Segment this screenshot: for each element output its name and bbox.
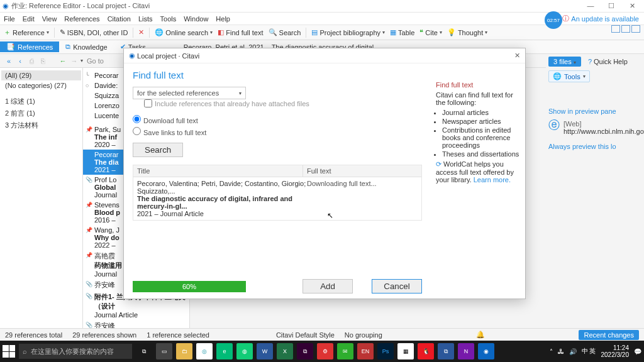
doc-icon: ▤ [311,28,318,36]
include-attached-label: Include references that already have att… [155,100,309,107]
nav-marker-b[interactable]: ⎘ [38,56,48,66]
menu-tools[interactable]: Tools [160,15,177,23]
settings-icon[interactable]: ⚙ [317,343,333,359]
cite-button[interactable]: ❝Cite▾ [419,28,442,36]
menu-citation[interactable]: Citation [108,15,131,23]
qq-icon[interactable]: 🐧 [418,343,434,359]
row-status: Downloading full text... [307,180,418,217]
system-tray[interactable]: ˄ 🖧 🔊 中 英 11:24 2022/3/20 💬 [550,344,641,358]
tray-net-icon[interactable]: 🖧 [558,348,564,355]
menu-help[interactable]: Help [216,15,230,23]
download-radio[interactable] [133,115,141,123]
dialog-title: Local project · Citavi [137,52,199,60]
minimize-button[interactable]: — [581,2,600,9]
wand-icon: ✎ [60,28,65,36]
globe-icon: 🌐 [553,72,562,80]
refs-icon: 📑 [6,43,15,51]
start-button[interactable] [3,345,15,358]
nav-back[interactable]: ← [58,56,68,66]
layout-switch-icons[interactable] [611,25,640,33]
tray-time: 11:24 [601,344,630,351]
update-available[interactable]: ⓘ An update is available [562,14,639,23]
category-all[interactable]: (All) (29) [1,70,81,80]
tools-dropdown[interactable]: 🌐Tools▾ [548,70,590,82]
menu-view[interactable]: View [42,15,57,23]
add-button[interactable]: Add [303,279,353,293]
app-icon-1[interactable]: ▭ [156,343,172,359]
nav-first[interactable]: « [4,56,14,66]
close-button[interactable]: ✕ [623,2,641,10]
table-button[interactable]: ▦Table [390,28,414,36]
title-bar: ◉ 作业: Reference Editor - Local project -… [0,0,644,13]
show-in-preview-link[interactable]: Show in preview pane [548,107,641,115]
tray-ime[interactable]: 中 英 [582,347,596,356]
word-icon[interactable]: W [257,343,273,359]
app-icon-4[interactable]: ⧉ [438,343,454,359]
notifications-icon[interactable]: 💬 [634,348,641,355]
endnote-icon[interactable]: EN [357,343,374,359]
find-full-text-button[interactable]: ◧Find full text [218,28,263,36]
search-icon: ⌕ [23,348,27,355]
bell-icon[interactable]: 🔔 [476,331,485,339]
dialog-close-button[interactable]: ✕ [514,52,520,60]
scope-select[interactable]: for the selected references▾ [133,87,246,99]
photoshop-icon[interactable]: Ps [377,343,394,359]
delete-button[interactable]: ✕ [138,28,144,36]
wechat-icon[interactable]: ✉ [337,343,353,359]
always-preview-link[interactable]: Always preview this lo [548,143,641,150]
tray-vol-icon[interactable]: 🔊 [569,348,577,355]
app-icon-3[interactable]: ▦ [397,343,414,359]
files-count-button[interactable]: 3 files ▾ [548,57,581,67]
add-reference-button[interactable]: ＋Reference▾ [4,28,49,37]
side-li: Journal articles [442,109,520,116]
window-title: 作业: Reference Editor - Local project - C… [11,1,581,11]
menu-window[interactable]: Window [184,15,208,23]
explorer-icon[interactable]: 🗀 [176,343,192,359]
menu-edit[interactable]: Edit [23,15,35,23]
citavi-taskbar-icon[interactable]: ◉ [478,343,494,359]
search-button-dialog[interactable]: Search [133,143,183,157]
include-attached-checkbox[interactable] [144,99,152,107]
isbn-lookup-button[interactable]: ✎ISBN, DOI, other ID [60,28,128,36]
clip-icon: 📎 [86,293,92,299]
tray-chevron[interactable]: ˄ [550,348,553,355]
onenote-icon[interactable]: N [458,343,474,359]
col-title[interactable]: Title [133,165,303,177]
cancel-button[interactable]: Cancel [372,279,422,293]
edge-icon[interactable]: e [216,343,233,359]
menu-references[interactable]: References [64,15,99,23]
search-button[interactable]: 🔍Search [269,28,301,36]
online-search-button[interactable]: 🌐Online search▾ [155,28,213,36]
table-row[interactable]: Pecoraro, Valentina; Petri, Davide; Cost… [133,177,421,220]
quick-help-button[interactable]: ?Quick Help [588,58,628,65]
thought-button[interactable]: 💡Thought▾ [447,28,487,36]
store-icon[interactable]: ⧉ [297,343,313,359]
save-links-radio[interactable] [133,127,141,135]
excel-icon[interactable]: X [277,343,293,359]
tab-knowledge[interactable]: ⧉Knowledge [59,41,113,52]
chrome-icon[interactable]: ◎ [196,343,213,359]
status-bar: 29 references total 29 references shown … [0,328,644,341]
recent-changes-button[interactable]: Recent changes [579,330,639,340]
col-fulltext[interactable]: Full text [303,165,421,177]
taskview-icon[interactable]: ⧉ [136,343,152,359]
nav-prev[interactable]: ‹ [15,56,25,66]
menu-lists[interactable]: Lists [138,15,153,23]
status-shown: 29 references shown [72,331,136,339]
nav-fwd[interactable]: → [69,56,79,66]
category-none[interactable]: (No categories) (27) [1,80,81,90]
category-3[interactable]: 3 方法材料 [1,119,81,131]
menu-file[interactable]: File [4,15,15,23]
maximize-button[interactable]: ☐ [602,2,621,10]
tab-references[interactable]: 📑References [0,41,59,52]
category-1[interactable]: 1 综述 (1) [1,96,81,107]
nav-marker-a[interactable]: ⎙ [26,56,36,66]
category-2[interactable]: 2 前言 (1) [1,107,81,119]
find-full-text-dialog: ◉ Local project · Citavi ✕ Find full tex… [123,48,526,299]
taskbar-search[interactable]: ⌕在这里输入你要搜索的内容 [19,344,132,359]
app-icon-2[interactable]: ◍ [236,343,253,359]
nav-history-drop[interactable]: ▾ [80,58,83,63]
status-selected: 1 reference selected [147,331,209,339]
project-bibliography-button[interactable]: ▤Project bibliography▾ [311,28,385,36]
learn-more-link[interactable]: Learn more. [474,176,511,184]
